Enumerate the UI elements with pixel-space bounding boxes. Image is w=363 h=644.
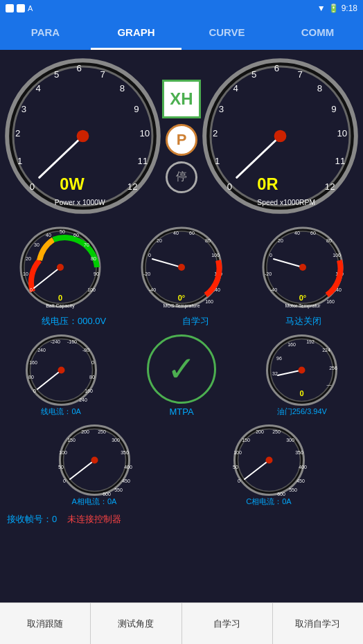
svg-text:3: 3 [219, 104, 224, 114]
svg-text:80: 80 [89, 375, 95, 379]
batt-gauge: 0 10 20 30 40 50 60 70 80 90 100 0 Batt … [19, 226, 102, 309]
svg-text:200: 200 [256, 429, 264, 434]
svg-text:-40: -40 [149, 287, 156, 292]
status-bar: A ▼ 🔋 9:18 [0, 0, 363, 17]
cancel-follow-button[interactable]: 取消跟随 [0, 603, 91, 644]
svg-text:450: 450 [296, 478, 305, 483]
svg-text:5: 5 [251, 69, 256, 80]
mos-temp-gauge: -40 -20 0 20 40 60 80 100 120 140 160 [140, 226, 223, 309]
test-angle-button[interactable]: 测试角度 [91, 603, 182, 644]
tab-curve[interactable]: CURVE [182, 17, 272, 50]
tab-graph[interactable]: GRAPH [91, 17, 182, 50]
svg-text:80: 80 [91, 256, 96, 261]
svg-text:160: 160 [29, 360, 37, 365]
svg-text:40: 40 [294, 231, 300, 235]
svg-text:11: 11 [335, 156, 346, 166]
svg-text:2: 2 [213, 128, 218, 138]
svg-text:600: 600 [103, 492, 111, 497]
svg-text:2: 2 [15, 128, 20, 138]
svg-text:40: 40 [173, 231, 179, 235]
svg-text:4: 4 [36, 83, 41, 93]
status-icons: A [6, 4, 33, 12]
svg-text:MOS Temprature: MOS Temprature [163, 303, 200, 309]
svg-text:-40: -40 [270, 287, 277, 292]
svg-text:60: 60 [189, 231, 195, 235]
c-phase-gauge: 0 50 100 150 200 250 300 350 400 450 550… [229, 424, 309, 507]
svg-text:550: 550 [114, 488, 123, 492]
svg-text:8: 8 [120, 83, 125, 93]
svg-text:Motor Tempratur: Motor Tempratur [285, 303, 321, 309]
line-current-label: 线电流：0A [41, 406, 80, 417]
a-phase-gauge: 0 50 100 150 200 250 300 350 400 450 550… [55, 424, 134, 507]
svg-text:20: 20 [157, 238, 162, 243]
svg-text:-20: -20 [143, 271, 150, 276]
third-gauges-row: 0 50 100 150 200 250 300 350 400 450 550… [0, 420, 363, 510]
svg-text:100: 100 [211, 253, 220, 258]
svg-text:30: 30 [34, 242, 39, 247]
time-display: 9:18 [342, 3, 357, 13]
a-phase-label: A相电流：0A [72, 497, 117, 507]
tab-para[interactable]: PARA [0, 17, 91, 50]
svg-text:240: 240 [37, 348, 46, 352]
svg-text:100: 100 [233, 450, 242, 455]
svg-text:100: 100 [59, 450, 67, 455]
svg-text:160: 160 [205, 299, 213, 304]
svg-text:50: 50 [233, 465, 238, 469]
small-gauges-row: 0 80 160 240 -240 -160 -80 0 80 160 240 … [0, 330, 363, 420]
self-learn-button[interactable]: 自学习 [182, 603, 273, 644]
svg-point-147 [265, 457, 272, 464]
svg-text:9: 9 [331, 104, 336, 114]
svg-text:8: 8 [317, 83, 322, 93]
svg-text:96: 96 [276, 356, 282, 361]
svg-text:200: 200 [81, 429, 89, 434]
check-circle: ✓ [147, 334, 216, 404]
svg-text:Batt Capacity: Batt Capacity [46, 303, 76, 309]
svg-text:1: 1 [215, 156, 220, 166]
svg-text:90: 90 [94, 271, 99, 276]
svg-point-103 [57, 367, 64, 374]
svg-text:192: 192 [306, 339, 315, 344]
svg-text:400: 400 [124, 465, 132, 469]
svg-text:0: 0 [30, 181, 35, 192]
svg-text:160: 160 [287, 342, 296, 347]
svg-text:60: 60 [310, 231, 316, 235]
svg-text:12: 12 [127, 181, 138, 192]
cancel-self-learn-button[interactable]: 取消自学习 [273, 603, 363, 644]
svg-text:0: 0 [30, 287, 33, 292]
svg-text:0: 0 [63, 478, 66, 483]
svg-text:-240: -240 [51, 339, 60, 344]
p-badge: P [166, 124, 197, 156]
three-gauges-row: 0 10 20 30 40 50 60 70 80 90 100 0 Batt … [0, 222, 363, 312]
svg-text:3: 3 [21, 104, 26, 114]
svg-point-131 [91, 457, 98, 464]
svg-text:0: 0 [269, 253, 272, 258]
svg-text:160: 160 [326, 299, 335, 304]
svg-text:80: 80 [205, 238, 211, 243]
svg-text:0R: 0R [257, 175, 278, 193]
frame-counter: 接收帧号：0 [7, 513, 57, 526]
c-phase-label: C相电流：0A [246, 497, 291, 507]
svg-text:0: 0 [227, 181, 232, 192]
mtpa-indicator: ✓ MTPA [147, 334, 216, 417]
wifi-strength-icon: ▼ [317, 3, 326, 13]
status-row-1: 线电压：000.0V 自学习 马达关闭 [0, 312, 363, 330]
tab-comm[interactable]: COMM [272, 17, 363, 50]
svg-text:350: 350 [295, 450, 303, 455]
svg-text:7: 7 [298, 69, 303, 80]
top-gauges-row: 0 1 2 3 4 5 6 7 8 9 10 11 12 [0, 50, 363, 222]
wifi-icon [17, 4, 25, 12]
svg-text:70: 70 [84, 242, 89, 247]
svg-text:160: 160 [85, 388, 93, 393]
svg-text:80: 80 [28, 375, 34, 379]
app-icon: A [28, 4, 33, 12]
self-learn-text: 自学习 [182, 315, 209, 328]
svg-text:6: 6 [274, 63, 279, 73]
check-icon: ✓ [167, 349, 196, 389]
power-gauge: 0 1 2 3 4 5 6 7 8 9 10 11 12 [3, 57, 162, 215]
motor-temp-gauge: -40 -20 0 20 40 60 80 100 120 140 160 0°… [261, 226, 344, 309]
svg-text:0°: 0° [178, 294, 186, 302]
svg-point-52 [57, 264, 64, 271]
svg-text:0W: 0W [60, 175, 85, 193]
svg-text:0: 0 [238, 478, 240, 483]
svg-text:50: 50 [60, 229, 65, 234]
